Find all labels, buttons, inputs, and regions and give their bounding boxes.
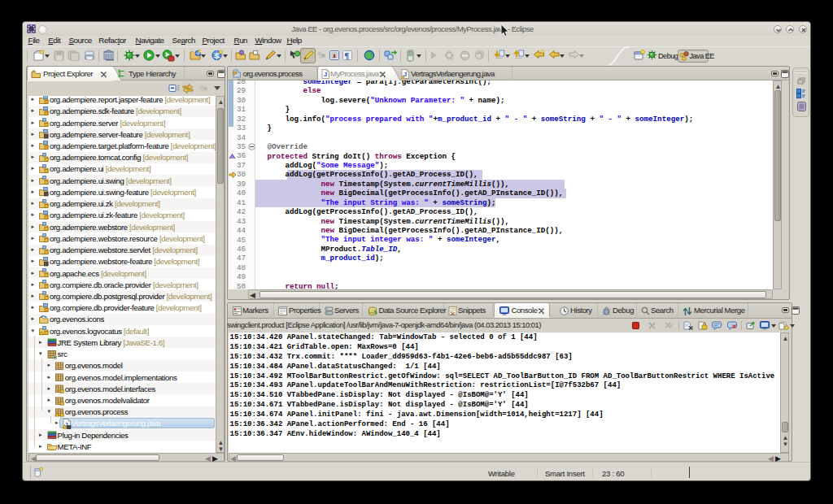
- svg-text:J: J: [324, 71, 327, 78]
- svg-text:S: S: [215, 51, 220, 59]
- svg-text:¶: ¶: [344, 50, 349, 60]
